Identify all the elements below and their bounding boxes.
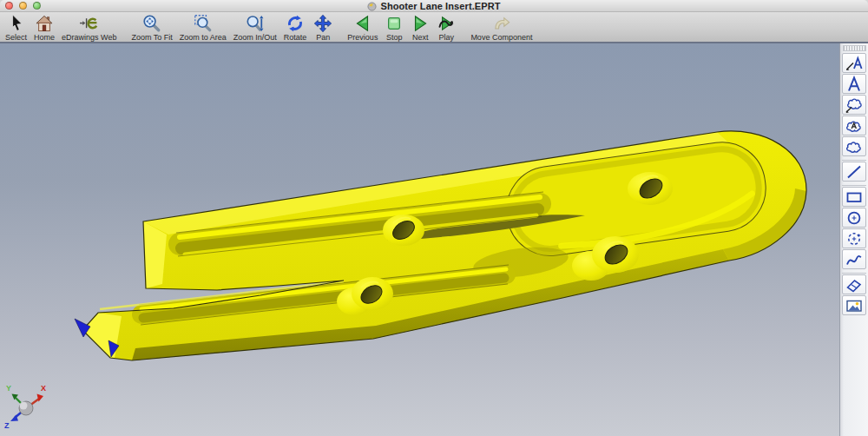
stop-button[interactable]: Stop — [381, 14, 407, 42]
toolbar-label: Select — [5, 33, 27, 42]
cloud-with-leader-icon — [845, 96, 864, 114]
toolbar-label: eDrawings Web — [62, 33, 116, 42]
rectangle-icon — [845, 188, 864, 206]
image-stamp-icon — [845, 297, 864, 314]
home-icon — [35, 14, 54, 33]
line-icon — [845, 163, 864, 181]
markup-line-button[interactable] — [842, 162, 866, 182]
note-icon — [845, 76, 864, 93]
zoom-to-fit-icon — [142, 14, 161, 33]
markup-note-button[interactable] — [842, 74, 866, 94]
next-button[interactable]: Next — [407, 14, 433, 42]
toolbar-label: Play — [439, 33, 455, 42]
home-button[interactable]: Home — [30, 14, 58, 42]
pan-button[interactable]: Pan — [310, 14, 336, 42]
pan-icon — [313, 14, 332, 33]
boss-hole-middle-upper[interactable] — [383, 215, 424, 246]
toolbar-label: Zoom To Fit — [131, 33, 172, 42]
play-icon — [437, 14, 456, 33]
toolbar-label: Next — [412, 33, 429, 42]
main-toolbar: Select Home eDraw — [0, 12, 868, 43]
window-titlebar: Shooter Lane Insert.EPRT — [0, 0, 868, 12]
zoom-to-fit-button[interactable]: Zoom To Fit — [128, 14, 175, 42]
toolbar-label: Stop — [386, 33, 403, 42]
circle-icon — [845, 209, 864, 227]
rotate-icon — [286, 14, 305, 33]
previous-icon — [353, 14, 372, 33]
markup-cloud-with-text-button[interactable] — [842, 116, 866, 135]
move-component-icon — [492, 14, 511, 33]
edrawings-window: Shooter Lane Insert.EPRT Select Home — [0, 0, 868, 436]
toolbar-label: Previous — [347, 33, 378, 42]
previous-button[interactable]: Previous — [344, 14, 381, 42]
part-3d-model[interactable] — [0, 43, 839, 436]
toolbar-label: Home — [34, 33, 55, 42]
move-component-button[interactable]: Move Component — [467, 14, 536, 42]
toolbar-label: Zoom to Area — [180, 33, 227, 42]
markup-spline-button[interactable] — [842, 249, 866, 269]
markup-rectangle-button[interactable] — [842, 187, 866, 207]
markup-note-with-leader-button[interactable] — [842, 53, 866, 73]
next-icon — [411, 14, 430, 33]
cloud-with-text-icon — [845, 117, 864, 135]
model-viewport[interactable]: X Y Z — [0, 43, 839, 436]
spline-icon — [845, 251, 864, 268]
zoom-to-area-icon — [194, 14, 213, 33]
cursor-arrow-icon — [7, 14, 26, 33]
toolbar-label: Move Component — [470, 33, 532, 42]
panel-separator — [842, 182, 866, 186]
play-button[interactable]: Play — [433, 14, 459, 42]
panel-separator — [842, 270, 866, 274]
orientation-triad: X Y Z — [3, 379, 56, 431]
select-button[interactable]: Select — [2, 14, 30, 42]
zoom-in-out-icon — [246, 14, 265, 33]
stop-icon — [385, 14, 404, 33]
boss-hole-right-upper[interactable] — [628, 172, 673, 205]
zoom-in-out-button[interactable]: Zoom In/Out — [230, 14, 280, 42]
markup-image-stamp-button[interactable] — [842, 295, 866, 315]
document-icon — [367, 2, 377, 11]
edrawings-web-button[interactable]: eDrawings Web — [58, 14, 120, 42]
panel-separator — [842, 157, 866, 161]
edrawings-web-icon — [79, 14, 100, 33]
arc-icon — [845, 230, 864, 248]
triad-x-label: X — [41, 384, 46, 393]
toolbar-label: Pan — [316, 33, 330, 42]
markup-circle-button[interactable] — [842, 208, 866, 228]
rotate-button[interactable]: Rotate — [280, 14, 311, 42]
markup-cloud-with-leader-button[interactable] — [842, 95, 866, 115]
triad-z-label: Z — [4, 421, 10, 430]
eraser-icon — [845, 276, 864, 294]
window-title: Shooter Lane Insert.EPRT — [380, 1, 500, 11]
zoom-to-area-button[interactable]: Zoom to Area — [176, 14, 230, 42]
markup-eraser-button[interactable] — [842, 274, 866, 294]
cloud-icon — [845, 138, 864, 155]
markup-toolbar — [839, 43, 868, 436]
note-with-leader-icon — [845, 55, 864, 72]
markup-arc-button[interactable] — [842, 228, 866, 248]
toolbar-grip-handle[interactable] — [843, 45, 866, 51]
triad-y-label: Y — [6, 384, 11, 393]
toolbar-label: Rotate — [284, 33, 307, 42]
toolbar-label: Zoom In/Out — [233, 33, 277, 42]
markup-cloud-button[interactable] — [842, 136, 866, 156]
